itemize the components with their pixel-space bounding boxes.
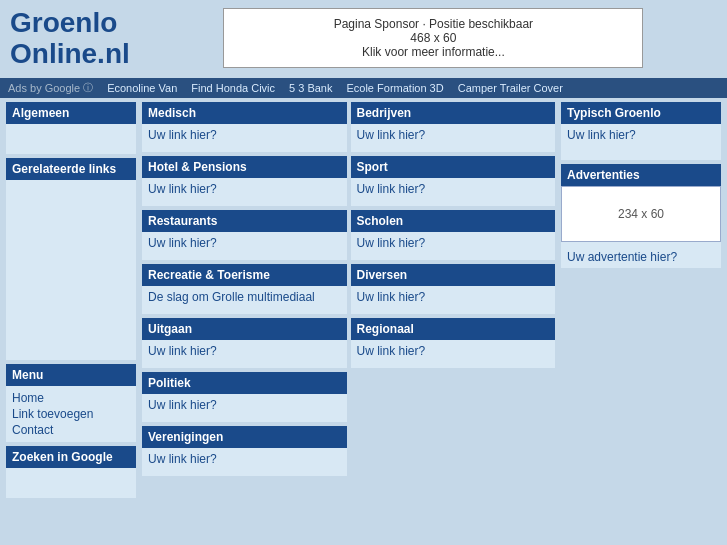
cat-header-bedrijven: Bedrijven [351, 102, 556, 124]
sidebar-content-menu: Home Link toevoegen Contact [6, 386, 136, 442]
cat-header-politiek: Politiek [142, 372, 347, 394]
logo-line1: Groenlo [10, 8, 130, 39]
cat-empty-verenigingen [351, 426, 556, 476]
sponsor-box[interactable]: Pagina Sponsor · Positie beschikbaar 468… [223, 8, 643, 68]
sponsor-line3: Klik voor meer informatie... [244, 45, 622, 59]
sidebar-section-menu: Menu Home Link toevoegen Contact [6, 364, 136, 442]
cat-link-scholen[interactable]: Uw link hier? [357, 236, 426, 250]
cat-header-uitgaan: Uitgaan [142, 318, 347, 340]
right-sidebar: Typisch Groenlo Uw link hier? Advertenti… [561, 102, 721, 498]
cat-link-politiek[interactable]: Uw link hier? [148, 398, 217, 412]
cat-content-regionaal: Uw link hier? [351, 340, 556, 368]
adbar-link-0[interactable]: Econoline Van [107, 82, 177, 94]
header: Groenlo Online.nl Pagina Sponsor · Posit… [0, 0, 727, 78]
cat-header-scholen: Scholen [351, 210, 556, 232]
sidebar-header-gerelateerde: Gerelateerde links [6, 158, 136, 180]
cat-link-hotel[interactable]: Uw link hier? [148, 182, 217, 196]
adbar-link-1[interactable]: Find Honda Civic [191, 82, 275, 94]
right-typisch: Typisch Groenlo Uw link hier? [561, 102, 721, 160]
cat-diversen: Diversen Uw link hier? [351, 264, 556, 314]
cat-header-verenigingen: Verenigingen [142, 426, 347, 448]
sidebar: Algemeen Gerelateerde links Menu Home Li… [6, 102, 136, 498]
cat-content-medisch: Uw link hier? [142, 124, 347, 152]
cat-content-bedrijven: Uw link hier? [351, 124, 556, 152]
cat-header-restaurants: Restaurants [142, 210, 347, 232]
cat-link-recreatie[interactable]: De slag om Grolle multimediaal [148, 290, 315, 304]
sidebar-content-algemeen [6, 124, 136, 154]
adbar: Ads by Google ⓘ Econoline Van Find Honda… [0, 78, 727, 98]
right-typisch-content: Uw link hier? [561, 124, 721, 160]
logo: Groenlo Online.nl [10, 8, 130, 70]
right-typisch-link[interactable]: Uw link hier? [567, 128, 636, 142]
cat-link-regionaal[interactable]: Uw link hier? [357, 344, 426, 358]
ads-label-text: Ads by Google [8, 82, 80, 94]
cat-restaurants: Restaurants Uw link hier? [142, 210, 347, 260]
right-typisch-header: Typisch Groenlo [561, 102, 721, 124]
main-layout: Algemeen Gerelateerde links Menu Home Li… [0, 98, 727, 502]
menu-link-toevoegen[interactable]: Link toevoegen [12, 406, 130, 422]
ad-link-container: Uw advertentie hier? [561, 246, 721, 268]
ads-by-google-label: Ads by Google ⓘ [8, 81, 93, 95]
cat-hotel: Hotel & Pensions Uw link hier? [142, 156, 347, 206]
cat-sport: Sport Uw link hier? [351, 156, 556, 206]
right-advertenties: Advertenties 234 x 60 Uw advertentie hie… [561, 164, 721, 268]
adbar-link-3[interactable]: Ecole Formation 3D [346, 82, 443, 94]
cat-content-verenigingen: Uw link hier? [142, 448, 347, 476]
cat-content-uitgaan: Uw link hier? [142, 340, 347, 368]
cat-bedrijven: Bedrijven Uw link hier? [351, 102, 556, 152]
adbar-link-2[interactable]: 5 3 Bank [289, 82, 332, 94]
logo-line2: Online.nl [10, 39, 130, 70]
cat-content-restaurants: Uw link hier? [142, 232, 347, 260]
adbar-link-4[interactable]: Camper Trailer Cover [458, 82, 563, 94]
sidebar-content-gerelateerde [6, 180, 136, 360]
cat-link-sport[interactable]: Uw link hier? [357, 182, 426, 196]
cat-link-bedrijven[interactable]: Uw link hier? [357, 128, 426, 142]
sponsor-line1: Pagina Sponsor · Positie beschikbaar [244, 17, 622, 31]
cat-link-restaurants[interactable]: Uw link hier? [148, 236, 217, 250]
sidebar-header-zoeken: Zoeken in Google [6, 446, 136, 468]
cat-header-recreatie: Recreatie & Toerisme [142, 264, 347, 286]
cat-recreatie: Recreatie & Toerisme De slag om Grolle m… [142, 264, 347, 314]
cat-header-sport: Sport [351, 156, 556, 178]
cat-content-sport: Uw link hier? [351, 178, 556, 206]
sidebar-section-algemeen: Algemeen [6, 102, 136, 154]
cat-header-medisch: Medisch [142, 102, 347, 124]
cat-uitgaan: Uitgaan Uw link hier? [142, 318, 347, 368]
categories-grid: Medisch Uw link hier? Bedrijven Uw link … [142, 102, 555, 498]
sidebar-section-gerelateerde: Gerelateerde links [6, 158, 136, 360]
cat-link-diversen[interactable]: Uw link hier? [357, 290, 426, 304]
cat-verenigingen: Verenigingen Uw link hier? [142, 426, 347, 476]
right-advertenties-content: 234 x 60 Uw advertentie hier? [561, 186, 721, 268]
cat-link-medisch[interactable]: Uw link hier? [148, 128, 217, 142]
sponsor-line2: 468 x 60 [244, 31, 622, 45]
right-advertenties-header: Advertenties [561, 164, 721, 186]
cat-link-uitgaan[interactable]: Uw link hier? [148, 344, 217, 358]
cat-header-regionaal: Regionaal [351, 318, 556, 340]
cat-link-verenigingen[interactable]: Uw link hier? [148, 452, 217, 466]
ads-icon: ⓘ [83, 81, 93, 95]
sidebar-content-zoeken [6, 468, 136, 498]
ad-box: 234 x 60 [561, 186, 721, 242]
cat-content-politiek: Uw link hier? [142, 394, 347, 422]
sidebar-header-algemeen: Algemeen [6, 102, 136, 124]
cat-regionaal: Regionaal Uw link hier? [351, 318, 556, 368]
cat-medisch: Medisch Uw link hier? [142, 102, 347, 152]
sidebar-header-menu: Menu [6, 364, 136, 386]
cat-scholen: Scholen Uw link hier? [351, 210, 556, 260]
cat-header-diversen: Diversen [351, 264, 556, 286]
cat-content-recreatie: De slag om Grolle multimediaal [142, 286, 347, 314]
sidebar-section-zoeken: Zoeken in Google [6, 446, 136, 498]
cat-content-hotel: Uw link hier? [142, 178, 347, 206]
menu-contact[interactable]: Contact [12, 422, 130, 438]
menu-home[interactable]: Home [12, 390, 130, 406]
cat-header-hotel: Hotel & Pensions [142, 156, 347, 178]
ad-size: 234 x 60 [618, 207, 664, 221]
cat-content-scholen: Uw link hier? [351, 232, 556, 260]
cat-content-diversen: Uw link hier? [351, 286, 556, 314]
cat-politiek: Politiek Uw link hier? [142, 372, 347, 422]
cat-empty-politiek [351, 372, 556, 422]
ad-link[interactable]: Uw advertentie hier? [567, 250, 677, 264]
